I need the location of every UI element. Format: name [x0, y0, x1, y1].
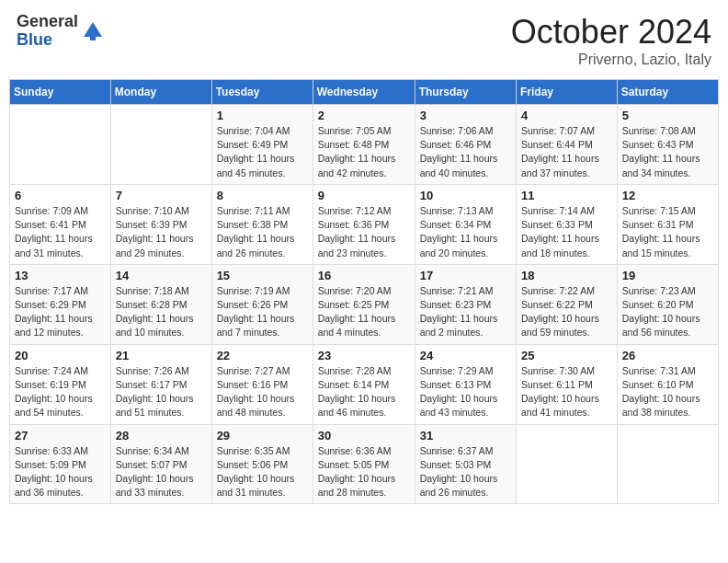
day-number: 19 [622, 269, 713, 282]
weekday-header-friday: Friday [517, 80, 618, 105]
weekday-header-wednesday: Wednesday [313, 80, 415, 105]
weekday-header-saturday: Saturday [617, 80, 718, 105]
day-number: 9 [318, 189, 410, 202]
day-info: Sunrise: 7:10 AMSunset: 6:39 PMDaylight:… [116, 204, 207, 260]
calendar-cell: 21Sunrise: 7:26 AMSunset: 6:17 PMDayligh… [110, 344, 211, 424]
calendar-cell [617, 424, 718, 504]
month-title: October 2024 Priverno, Lazio, Italy [511, 13, 711, 68]
day-number: 5 [622, 109, 713, 122]
day-number: 3 [420, 109, 511, 122]
day-info: Sunrise: 7:15 AMSunset: 6:31 PMDaylight:… [622, 204, 713, 260]
day-info: Sunrise: 7:06 AMSunset: 6:46 PMDaylight:… [420, 124, 511, 180]
day-info: Sunrise: 7:31 AMSunset: 6:10 PMDaylight:… [622, 364, 713, 420]
day-info: Sunrise: 6:34 AMSunset: 5:07 PMDaylight:… [116, 444, 207, 500]
day-info: Sunrise: 7:18 AMSunset: 6:28 PMDaylight:… [116, 284, 207, 340]
day-info: Sunrise: 7:27 AMSunset: 6:16 PMDaylight:… [217, 364, 308, 420]
day-number: 11 [521, 189, 612, 202]
logo: General Blue [17, 13, 109, 50]
calendar-cell [110, 105, 211, 185]
day-info: Sunrise: 6:37 AMSunset: 5:03 PMDaylight:… [420, 444, 511, 500]
calendar-cell: 8Sunrise: 7:11 AMSunset: 6:38 PMDaylight… [211, 184, 313, 264]
calendar-cell: 9Sunrise: 7:12 AMSunset: 6:36 PMDaylight… [313, 184, 415, 264]
day-number: 20 [15, 349, 106, 362]
day-info: Sunrise: 6:33 AMSunset: 5:09 PMDaylight:… [15, 444, 106, 500]
calendar-week-row: 6Sunrise: 7:09 AMSunset: 6:41 PMDaylight… [10, 184, 719, 264]
calendar-cell: 5Sunrise: 7:08 AMSunset: 6:43 PMDaylight… [617, 105, 718, 185]
day-number: 27 [15, 429, 106, 442]
day-info: Sunrise: 7:20 AMSunset: 6:25 PMDaylight:… [318, 284, 410, 340]
day-number: 26 [622, 349, 713, 362]
day-info: Sunrise: 7:13 AMSunset: 6:34 PMDaylight:… [420, 204, 511, 260]
svg-rect-1 [90, 33, 96, 40]
logo-blue: Blue [17, 31, 78, 50]
weekday-header-thursday: Thursday [415, 80, 516, 105]
day-number: 16 [318, 269, 410, 282]
logo-general: General [17, 13, 78, 31]
calendar-cell: 14Sunrise: 7:18 AMSunset: 6:28 PMDayligh… [110, 264, 211, 344]
day-number: 8 [217, 189, 308, 202]
calendar-week-row: 13Sunrise: 7:17 AMSunset: 6:29 PMDayligh… [10, 264, 719, 344]
calendar-week-row: 20Sunrise: 7:24 AMSunset: 6:19 PMDayligh… [10, 344, 719, 424]
day-number: 14 [116, 269, 207, 282]
calendar-cell: 19Sunrise: 7:23 AMSunset: 6:20 PMDayligh… [617, 264, 718, 344]
calendar-cell: 3Sunrise: 7:06 AMSunset: 6:46 PMDaylight… [415, 105, 516, 185]
calendar-cell: 24Sunrise: 7:29 AMSunset: 6:13 PMDayligh… [415, 344, 516, 424]
calendar-cell: 7Sunrise: 7:10 AMSunset: 6:39 PMDaylight… [110, 184, 211, 264]
location-heading: Priverno, Lazio, Italy [511, 52, 711, 68]
calendar-cell: 15Sunrise: 7:19 AMSunset: 6:26 PMDayligh… [211, 264, 313, 344]
day-number: 15 [217, 269, 308, 282]
day-number: 29 [217, 429, 308, 442]
day-info: Sunrise: 7:30 AMSunset: 6:11 PMDaylight:… [521, 364, 612, 420]
calendar-cell: 27Sunrise: 6:33 AMSunset: 5:09 PMDayligh… [10, 424, 111, 504]
day-info: Sunrise: 7:23 AMSunset: 6:20 PMDaylight:… [622, 284, 713, 340]
day-info: Sunrise: 7:14 AMSunset: 6:33 PMDaylight:… [521, 204, 612, 260]
day-number: 18 [521, 269, 612, 282]
calendar-table: SundayMondayTuesdayWednesdayThursdayFrid… [9, 79, 719, 504]
calendar-cell: 13Sunrise: 7:17 AMSunset: 6:29 PMDayligh… [10, 264, 111, 344]
day-info: Sunrise: 7:28 AMSunset: 6:14 PMDaylight:… [318, 364, 410, 420]
weekday-header-monday: Monday [110, 80, 211, 105]
calendar-cell: 20Sunrise: 7:24 AMSunset: 6:19 PMDayligh… [10, 344, 111, 424]
calendar-cell: 10Sunrise: 7:13 AMSunset: 6:34 PMDayligh… [415, 184, 516, 264]
day-info: Sunrise: 7:12 AMSunset: 6:36 PMDaylight:… [318, 204, 410, 260]
day-info: Sunrise: 6:36 AMSunset: 5:05 PMDaylight:… [318, 444, 410, 500]
calendar-cell: 28Sunrise: 6:34 AMSunset: 5:07 PMDayligh… [110, 424, 211, 504]
logo-icon [80, 18, 106, 44]
day-number: 1 [217, 109, 308, 122]
calendar-week-row: 1Sunrise: 7:04 AMSunset: 6:49 PMDaylight… [10, 105, 719, 185]
header: General Blue October 2024 Priverno, Lazi… [9, 9, 719, 72]
day-number: 7 [116, 189, 207, 202]
month-heading: October 2024 [511, 13, 711, 52]
weekday-header-sunday: Sunday [10, 80, 111, 105]
day-number: 10 [420, 189, 511, 202]
calendar-cell: 23Sunrise: 7:28 AMSunset: 6:14 PMDayligh… [313, 344, 415, 424]
calendar-cell: 16Sunrise: 7:20 AMSunset: 6:25 PMDayligh… [313, 264, 415, 344]
calendar-cell: 18Sunrise: 7:22 AMSunset: 6:22 PMDayligh… [517, 264, 618, 344]
weekday-header-row: SundayMondayTuesdayWednesdayThursdayFrid… [10, 80, 719, 105]
day-info: Sunrise: 7:21 AMSunset: 6:23 PMDaylight:… [420, 284, 511, 340]
day-info: Sunrise: 7:07 AMSunset: 6:44 PMDaylight:… [521, 124, 612, 180]
calendar-cell: 25Sunrise: 7:30 AMSunset: 6:11 PMDayligh… [517, 344, 618, 424]
day-number: 4 [521, 109, 612, 122]
day-number: 6 [15, 189, 106, 202]
calendar-cell [10, 105, 111, 185]
day-info: Sunrise: 7:11 AMSunset: 6:38 PMDaylight:… [217, 204, 308, 260]
calendar-cell: 30Sunrise: 6:36 AMSunset: 5:05 PMDayligh… [313, 424, 415, 504]
day-number: 30 [318, 429, 410, 442]
calendar-cell: 2Sunrise: 7:05 AMSunset: 6:48 PMDaylight… [313, 105, 415, 185]
calendar-week-row: 27Sunrise: 6:33 AMSunset: 5:09 PMDayligh… [10, 424, 719, 504]
day-number: 12 [622, 189, 713, 202]
calendar-cell: 6Sunrise: 7:09 AMSunset: 6:41 PMDaylight… [10, 184, 111, 264]
day-info: Sunrise: 7:22 AMSunset: 6:22 PMDaylight:… [521, 284, 612, 340]
day-number: 17 [420, 269, 511, 282]
day-info: Sunrise: 7:26 AMSunset: 6:17 PMDaylight:… [116, 364, 207, 420]
calendar-cell [517, 424, 618, 504]
day-number: 24 [420, 349, 511, 362]
calendar-cell: 29Sunrise: 6:35 AMSunset: 5:06 PMDayligh… [211, 424, 313, 504]
day-number: 25 [521, 349, 612, 362]
weekday-header-tuesday: Tuesday [211, 80, 313, 105]
day-info: Sunrise: 7:09 AMSunset: 6:41 PMDaylight:… [15, 204, 106, 260]
day-number: 22 [217, 349, 308, 362]
calendar-cell: 11Sunrise: 7:14 AMSunset: 6:33 PMDayligh… [517, 184, 618, 264]
day-number: 21 [116, 349, 207, 362]
